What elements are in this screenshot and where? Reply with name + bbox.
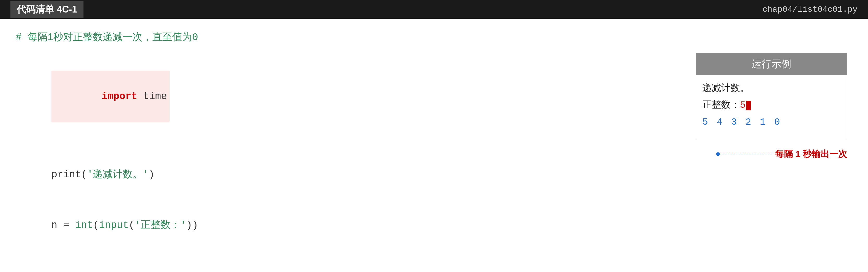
run-cursor	[746, 101, 751, 110]
run-example-body: 递减计数。 正整数：5 5 4 3 2 1 0	[696, 75, 847, 139]
while-line: while n >= 0:	[16, 261, 852, 272]
annotation-container: 每隔 1 秒输出一次	[716, 146, 847, 162]
assign-text: n = int(input('正整数：'))	[52, 219, 198, 231]
title-bar: 代码清单 4C-1 chap04/list04c01.py	[0, 0, 868, 19]
run-input-num: 5	[740, 97, 746, 114]
import-highlight: import time	[52, 71, 169, 122]
run-line2-prefix: 正整数：	[702, 97, 740, 114]
code-area: # 每隔1秒对正整数递减一次，直至值为0 import time print('…	[0, 19, 868, 272]
import-module: time	[137, 91, 167, 102]
comment-line: # 每隔1秒对正整数递减一次，直至值为0	[16, 29, 852, 46]
dot-line	[716, 152, 772, 156]
run-line3: 5 4 3 2 1 0	[702, 114, 841, 131]
print1-text: print('递减计数。')	[52, 169, 154, 180]
comment-hash: #	[16, 32, 22, 43]
assign-line: n = int(input('正整数：'))	[16, 200, 852, 250]
import-keyword: import	[101, 91, 137, 102]
annotation-text: 每隔 1 秒输出一次	[775, 146, 847, 162]
run-line1: 递减计数。	[702, 80, 841, 97]
blank-2	[16, 250, 852, 261]
run-example-box: 运行示例 递减计数。 正整数：5 5 4 3 2 1 0	[696, 53, 847, 139]
annotation-dashed-line	[720, 154, 772, 155]
title-right: chap04/list04c01.py	[762, 5, 858, 14]
run-example-header: 运行示例	[696, 53, 847, 75]
comment-text: 每隔1秒对正整数递减一次，直至值为0	[28, 32, 198, 43]
run-line2: 正整数：5	[702, 97, 841, 114]
title-left: 代码清单 4C-1	[10, 1, 84, 18]
annotation-dot	[716, 152, 720, 156]
main-container: 代码清单 4C-1 chap04/list04c01.py # 每隔1秒对正整数…	[0, 0, 868, 272]
